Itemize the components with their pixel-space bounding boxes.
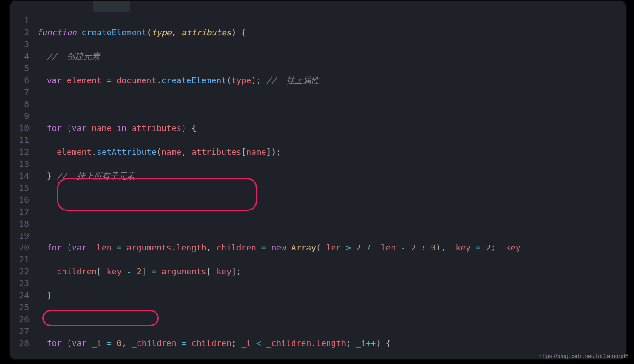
- keyword-for: for: [47, 243, 62, 252]
- code-content[interactable]: function createElement(type, attributes)…: [33, 1, 626, 359]
- line-number: 5: [10, 63, 29, 74]
- prop-length: length: [316, 338, 346, 348]
- param-type: type: [151, 28, 171, 37]
- code-editor-window: 1234567891011121314151617181920212223242…: [9, 0, 627, 360]
- line-number: 3: [10, 39, 29, 51]
- arg-name: name: [161, 147, 181, 157]
- line-number: 28: [10, 337, 29, 349]
- line-number: 6: [10, 74, 29, 86]
- line-number: 26: [10, 313, 29, 325]
- line-number: 24: [10, 290, 29, 301]
- line-number: 18: [10, 218, 29, 230]
- line-number: 19: [10, 230, 29, 242]
- line-number: 1: [10, 15, 29, 27]
- var-children: children: [191, 338, 231, 348]
- watermark-text: https://blog.csdn.net/TriDiamond6: [539, 350, 628, 362]
- line-number: 10: [10, 122, 29, 134]
- line-number: 17: [10, 206, 29, 218]
- line-number: 7: [10, 86, 29, 98]
- var-children: children: [57, 267, 97, 276]
- line-number: 4: [10, 51, 29, 63]
- keyword-var: var: [47, 75, 62, 85]
- line-number: 27: [10, 325, 29, 337]
- document-obj: document: [116, 75, 156, 85]
- var-attributes: attributes: [132, 123, 181, 133]
- keyword-for: for: [47, 338, 62, 348]
- var-children2: _children: [132, 338, 177, 348]
- var-key: _key: [102, 267, 121, 276]
- arguments: arguments: [161, 267, 207, 276]
- var-children2: _children: [266, 338, 311, 348]
- keyword-var: var: [72, 243, 87, 252]
- num-0: 0: [431, 243, 436, 252]
- var-len: _len: [92, 243, 111, 252]
- var-len: _len: [376, 243, 396, 252]
- var-i: _i: [241, 338, 251, 348]
- idx-name: name: [246, 147, 266, 157]
- var-i: _i: [356, 338, 366, 348]
- line-number: 25: [10, 301, 29, 313]
- func-name: createElement: [82, 28, 147, 37]
- line-number-gutter: 1234567891011121314151617181920212223242…: [10, 1, 33, 359]
- keyword-new: new: [271, 243, 286, 252]
- num-0: 0: [116, 338, 121, 348]
- method-setAttribute: setAttribute: [97, 147, 156, 157]
- var-children: children: [216, 243, 256, 252]
- keyword-function: function: [37, 28, 77, 37]
- method-createElement: createElement: [161, 75, 226, 85]
- param-attributes: attributes: [181, 28, 231, 37]
- line-number: 14: [10, 170, 29, 182]
- line-number: 13: [10, 158, 29, 170]
- line-number: 2: [10, 27, 29, 39]
- arg-type: type: [231, 75, 251, 85]
- line-number: 9: [10, 110, 29, 122]
- var-len: _len: [321, 243, 341, 252]
- num-2: 2: [356, 243, 361, 252]
- line-number: 15: [10, 182, 29, 194]
- num-2: 2: [411, 243, 416, 252]
- comment: // 挂上属性: [266, 75, 319, 85]
- var-key: _key: [211, 267, 231, 276]
- builtin-Array: Array: [291, 243, 316, 252]
- comment: // 创建元素: [47, 51, 100, 61]
- arguments: arguments: [127, 243, 172, 252]
- num-2: 2: [137, 267, 142, 276]
- keyword-for: for: [47, 123, 62, 133]
- var-element: element: [67, 75, 102, 85]
- comment: // 挂上所有子元素: [57, 171, 134, 181]
- line-number: 22: [10, 266, 29, 278]
- keyword-in: in: [116, 123, 127, 133]
- line-number: 8: [10, 98, 29, 110]
- line-number: 23: [10, 278, 29, 290]
- var-key: _key: [451, 243, 471, 252]
- var-name: name: [92, 123, 111, 133]
- keyword-var: var: [72, 338, 87, 348]
- line-number: 16: [10, 194, 29, 206]
- arg-attributes: attributes: [191, 147, 241, 157]
- line-number: 12: [10, 146, 29, 158]
- keyword-var: var: [72, 123, 87, 133]
- line-number: 20: [10, 242, 29, 254]
- var-key: _key: [501, 243, 520, 252]
- line-number: 11: [10, 134, 29, 146]
- num-2: 2: [486, 243, 491, 252]
- var-element: element: [57, 147, 92, 157]
- line-number: 21: [10, 254, 29, 266]
- prop-length: length: [177, 243, 207, 252]
- var-i: _i: [92, 338, 102, 348]
